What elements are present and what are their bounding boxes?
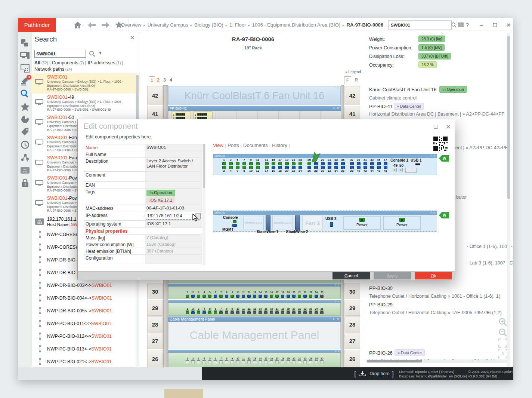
tab-ports[interactable]: Ports [228,143,239,148]
filter-components[interactable]: Components (7) [52,60,84,65]
stackwise-port-1[interactable] [266,215,270,230]
panel-port-16[interactable]: 16 [270,307,273,314]
panel-port-11[interactable]: 11 [242,291,245,298]
field-value-full-name[interactable] [145,151,202,157]
panel-port-7[interactable]: 7 [219,357,223,364]
panel-port-25[interactable]: 25 [320,307,324,314]
switch-port-pair-3-4[interactable]: 34 [228,158,233,172]
panel-port-23[interactable]: 23 [309,291,312,298]
panel-port-9[interactable]: 9 [231,307,234,314]
component-title[interactable]: PP-BIO-29 [369,302,393,307]
panel-port-8[interactable]: 8 [225,307,228,314]
panel-port-14[interactable]: 14 [259,357,262,364]
power-supply-2[interactable]: Power [383,216,421,230]
field-value-name[interactable]: SWBIO01 [145,144,202,151]
panel-scrollbar-thumb[interactable] [507,36,510,199]
lock-icon[interactable] [18,177,32,189]
panel-port-1[interactable]: 1 [186,291,189,298]
panel-port-24[interactable]: 24 [315,357,318,364]
switch-port-pair-39-40[interactable]: 3940 [356,158,361,172]
filter-all[interactable]: All (32) [34,60,48,65]
panel-port-10[interactable]: 10 [236,357,239,364]
tag-icon[interactable] [18,126,32,138]
panel-port-2[interactable]: 2 [191,291,195,298]
power-supply-1[interactable]: Power [343,216,381,230]
panel-port-6[interactable]: 6 [214,291,217,298]
panel-port-20[interactable]: 20 [292,357,296,364]
close-search-panel-icon[interactable]: ✕ [130,34,135,41]
panel-port-5[interactable]: 5 [208,307,211,314]
switch-port-pair-45-46[interactable]: 4546 [376,158,381,172]
tools-icon[interactable]: 3 [18,75,32,88]
component-title[interactable]: PP-BIO-41 [369,104,393,109]
rack-page-1[interactable]: 1 [149,76,155,84]
rack-unit-pp-bio-26[interactable]: F R 123456789101112131415161718192021222… [168,350,341,368]
search-result-item[interactable]: NWP-PC-BIO-013<->SWBIO01 [32,342,140,355]
pie-chart-icon[interactable] [18,113,32,126]
field-value-comment[interactable] [145,172,202,181]
rack-page-2[interactable]: 2 [155,76,161,84]
dialog-close-icon[interactable]: ✕ [446,123,451,131]
breadcrumb-item[interactable]: 1006 - Equipment Distribution Area (BIO) [252,22,340,28]
apply-button[interactable]: Apply [374,272,411,279]
floorplan-icon[interactable] [18,62,32,75]
switch-port-pair-47-48[interactable]: 4748 [383,158,388,172]
breadcrumb-item[interactable]: University Campus [148,22,188,28]
panel-port-8[interactable]: 8 [225,357,228,364]
panel-port-2[interactable]: 2 [191,357,195,364]
panel-port-12[interactable]: 12 [247,307,251,314]
panel-port-24[interactable]: 24 [315,291,318,298]
switch-port-pair-15-16[interactable]: 1516 [271,158,276,172]
panel-port-23[interactable]: 23 [309,357,312,364]
panel-port-3[interactable]: 3 [197,357,200,364]
breadcrumb-item[interactable]: Biology (BIO) [194,22,223,28]
component-title[interactable]: Knürr CoolBlastT 6 Fan Unit 16 [369,87,436,92]
search-result-item[interactable]: NWP-PC-BIO-021<->SWBIO01 [32,355,140,367]
usb2-port-icon[interactable] [330,222,333,227]
field-value-mass-kg-[interactable]: 7 (Catalog) [145,235,202,241]
switch-port-pair-37-38[interactable]: 3738 [349,158,354,172]
field-value-power-consumption-w-[interactable]: 1530 (Catalog) [145,241,202,248]
breadcrumb-item[interactable]: RA-97-BIO-0006 [347,22,383,28]
form-scrollbar[interactable] [202,144,205,265]
panel-port-12[interactable]: 12 [247,291,251,298]
search-result-item[interactable]: NWP-DR-BIO-003<->SWBIO01 [32,278,140,291]
panel-port-9[interactable]: 9 [231,357,234,364]
usb-port-icon[interactable] [415,163,420,165]
panel-port-21[interactable]: 21 [298,357,301,364]
panel-port-11[interactable]: 11 [242,357,245,364]
search-icon[interactable] [451,21,457,29]
rack-page-3[interactable]: 3 [161,76,168,84]
panel-port-4[interactable]: 4 [202,357,206,364]
switch-port-pair-31-32[interactable]: 3132 [327,158,332,172]
workstation-icon[interactable] [18,49,32,62]
switch-front-view[interactable]: SWBIO01F R 12345678910111213141516171819… [213,154,437,175]
rack-unit-pp-bio-29[interactable]: F R 123456789101112131415161718192021222… [168,300,341,316]
panel-port-11[interactable]: 11 [242,307,245,314]
panel-port-15[interactable]: 15 [264,291,267,298]
chevron-down-icon[interactable]: ▼ [99,51,102,55]
panel-port-20[interactable]: 20 [292,307,296,314]
back-icon[interactable] [87,21,97,29]
switch-port-pair-7-8[interactable]: 78 [242,158,247,172]
search-result-item[interactable]: NWP-PC-BIO-012<->SWBIO01 [32,329,140,342]
panel-port-1[interactable]: 1 [186,357,189,364]
panel-port-13[interactable]: 13 [253,307,256,314]
close-button[interactable]: ✕ [504,21,513,29]
panel-port-15[interactable]: 15 [264,357,267,364]
panel-port-6[interactable]: 6 [214,357,217,364]
switch-rear-view[interactable]: SWBIO01F R Console MGMT SWBIO01-Fan 1 SW… [213,211,437,232]
global-search-input[interactable] [389,23,451,27]
panel-port-14[interactable]: 14 [259,291,262,298]
filter-network-paths[interactable]: Network paths (24) [34,67,72,72]
panel-port-18[interactable]: 18 [281,357,284,364]
breadcrumb-item[interactable]: Overview [121,22,141,28]
panel-port-4[interactable]: 4 [202,307,206,314]
ok-button[interactable]: Ok [415,272,452,279]
panel-port-16[interactable]: 16 [270,291,273,298]
component-title[interactable]: PP-BIO-26 [369,350,393,356]
tab-history[interactable]: History [272,143,287,148]
switch-port-pair-35-36[interactable]: 3536 [340,158,345,172]
fan-module-2[interactable]: SWBIO01-Fan 2 [272,216,293,230]
panel-port-22[interactable]: 22 [303,307,307,314]
